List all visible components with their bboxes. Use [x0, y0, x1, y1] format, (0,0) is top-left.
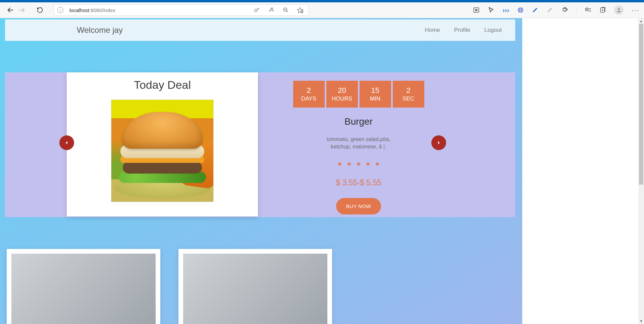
countdown-min: 15MIN — [360, 81, 391, 108]
product-description: tommato, green salad,pita, ketchup, maio… — [318, 136, 399, 151]
viewport: Welcome jay Home Profile Logout Today De… — [0, 18, 644, 324]
profile-avatar[interactable] — [614, 5, 624, 15]
carousel-prev-button[interactable] — [59, 135, 74, 150]
page-content: Welcome jay Home Profile Logout Today De… — [0, 18, 522, 324]
scroll-up-arrow[interactable]: ▲ — [638, 18, 644, 24]
product-name: Burger — [344, 116, 373, 127]
refresh-button[interactable] — [34, 4, 46, 16]
favorites-list-icon[interactable] — [585, 7, 591, 13]
countdown-days: 2DAYS — [293, 81, 325, 108]
pen-blue-icon[interactable] — [532, 7, 539, 13]
product-price: $ 3.55-$ 5.55 — [336, 178, 381, 187]
media-icon[interactable] — [473, 7, 480, 13]
toolbar-separator — [576, 6, 577, 14]
back-button[interactable] — [5, 4, 16, 16]
url-text: localhost:8080/index — [69, 7, 115, 13]
read-aloud-icon[interactable] — [268, 7, 275, 13]
carousel-next-button[interactable] — [431, 135, 446, 150]
globe-icon[interactable] — [517, 7, 524, 13]
content-card[interactable] — [178, 249, 332, 324]
browser-top-accent — [0, 0, 644, 2]
svg-point-22 — [618, 8, 620, 10]
deal-heading: Today Deal — [134, 78, 191, 91]
svg-line-5 — [286, 11, 288, 12]
star-icon: ★ — [346, 160, 352, 168]
star-icon: ★ — [365, 160, 371, 168]
deal-details: 2DAYS 20HOURS 15MIN 2SEC Burger tommato,… — [258, 72, 459, 216]
svg-marker-15 — [585, 8, 589, 11]
sound-icon[interactable]: ››› — [502, 6, 509, 14]
viewport-gutter — [522, 18, 638, 324]
more-menu-icon[interactable]: ··· — [632, 6, 639, 14]
svg-point-13 — [565, 8, 566, 9]
star-icon: ★ — [375, 160, 380, 168]
password-icon[interactable] — [254, 7, 260, 13]
pen-gray-icon[interactable] — [547, 7, 553, 13]
nav-link-home[interactable]: Home — [425, 27, 440, 34]
scroll-track[interactable] — [638, 24, 644, 318]
vertical-scrollbar[interactable]: ▲ ▼ — [638, 18, 644, 324]
cursor-icon[interactable] — [488, 7, 494, 13]
zoom-out-icon[interactable] — [283, 7, 289, 13]
product-image — [111, 100, 214, 202]
browser-toolbar: i localhost:8080/index ››› ··· — [0, 2, 644, 18]
svg-marker-11 — [476, 9, 478, 11]
deal-card: Today Deal — [67, 72, 258, 216]
countdown-sec: 2SEC — [393, 81, 424, 108]
nav-link-logout[interactable]: Logout — [484, 27, 502, 34]
nav-link-profile[interactable]: Profile — [454, 27, 470, 34]
countdown: 2DAYS 20HOURS 15MIN 2SEC — [293, 81, 424, 108]
scroll-thumb[interactable] — [639, 24, 643, 185]
welcome-text: Welcome jay — [77, 25, 123, 35]
address-bar[interactable]: i localhost:8080/index — [54, 4, 309, 16]
star-icon: ★ — [356, 160, 361, 168]
forward-button — [16, 4, 28, 16]
scroll-down-arrow[interactable]: ▼ — [638, 318, 644, 324]
content-card[interactable] — [7, 249, 160, 324]
collections-icon[interactable] — [599, 7, 606, 13]
site-navbar: Welcome jay Home Profile Logout — [5, 19, 515, 41]
extensions-icon[interactable] — [561, 7, 568, 13]
buy-now-button[interactable]: BUY NOW — [336, 198, 381, 214]
deal-section: Today Deal 2DAYS 20HOURS 15MIN 2SEC — [5, 72, 515, 217]
favorite-icon[interactable] — [297, 7, 304, 13]
countdown-hours: 20HOURS — [326, 81, 358, 108]
site-info-icon[interactable]: i — [57, 7, 63, 13]
rating-stars: ★ ★ ★ ★ ★ — [337, 160, 380, 168]
star-icon: ★ — [337, 160, 342, 168]
